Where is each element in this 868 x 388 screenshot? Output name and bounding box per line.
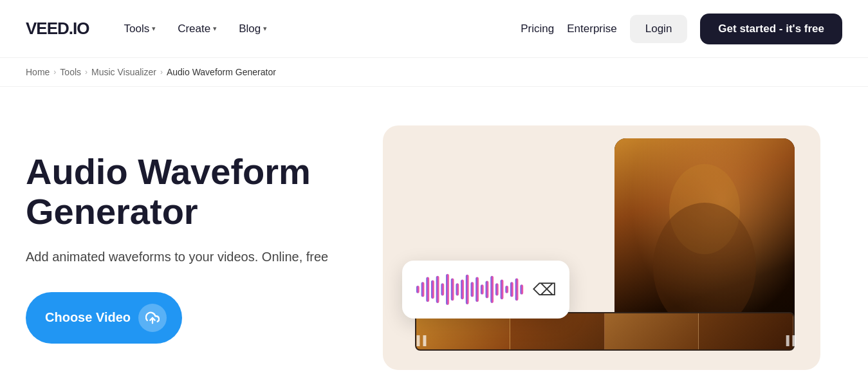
waveform-card: ⌫ bbox=[402, 261, 569, 319]
svg-rect-8 bbox=[441, 283, 444, 295]
breadcrumb-sep-1: › bbox=[53, 68, 56, 77]
svg-rect-6 bbox=[431, 281, 434, 299]
svg-rect-4 bbox=[421, 282, 424, 297]
nav-right: Pricing Enterprise Login Get started - i… bbox=[521, 14, 842, 44]
upload-icon bbox=[138, 304, 167, 332]
filmstrip-segment-2 bbox=[510, 313, 605, 349]
svg-rect-16 bbox=[480, 284, 483, 294]
breadcrumb-home[interactable]: Home bbox=[26, 67, 50, 77]
breadcrumb-tools[interactable]: Tools bbox=[60, 67, 81, 77]
cursor-hand-icon: ⌫ bbox=[533, 280, 557, 300]
svg-rect-17 bbox=[485, 281, 488, 299]
svg-rect-13 bbox=[465, 275, 468, 304]
svg-rect-24 bbox=[520, 284, 523, 294]
svg-rect-15 bbox=[476, 277, 479, 302]
nav-create[interactable]: Create ▾ bbox=[169, 17, 226, 41]
hero-subtitle: Add animated waveforms to your videos. O… bbox=[26, 247, 335, 266]
hero-left: Audio Waveform Generator Add animated wa… bbox=[26, 152, 360, 343]
hero-title: Audio Waveform Generator bbox=[26, 152, 335, 231]
breadcrumb: Home › Tools › Music Visualizer › Audio … bbox=[0, 58, 868, 87]
svg-rect-20 bbox=[500, 280, 503, 300]
play-icon: ▐▐ bbox=[414, 335, 427, 346]
waveform-visualization bbox=[415, 271, 526, 308]
svg-rect-14 bbox=[470, 282, 474, 297]
chevron-down-icon: ▾ bbox=[152, 24, 156, 33]
svg-rect-5 bbox=[426, 277, 429, 302]
filmstrip-segment-1 bbox=[416, 313, 511, 349]
nav-blog[interactable]: Blog ▾ bbox=[230, 17, 276, 41]
svg-rect-7 bbox=[436, 276, 439, 303]
svg-rect-10 bbox=[450, 279, 454, 301]
login-button[interactable]: Login bbox=[630, 15, 688, 43]
breadcrumb-sep-2: › bbox=[85, 68, 88, 77]
filmstrip-segment-4 bbox=[699, 313, 793, 349]
hero-illustration: ▐▐ ▐▐ bbox=[383, 125, 820, 370]
filmstrip-right-icon: ▐▐ bbox=[783, 335, 796, 346]
svg-rect-3 bbox=[416, 286, 419, 293]
logo[interactable]: VEED.IO bbox=[26, 19, 89, 39]
svg-rect-19 bbox=[495, 283, 498, 295]
choose-video-button[interactable]: Choose Video bbox=[26, 292, 182, 344]
breadcrumb-current: Audio Waveform Generator bbox=[167, 67, 276, 77]
hero-right: ▐▐ ▐▐ bbox=[360, 125, 842, 370]
breadcrumb-sep-3: › bbox=[160, 68, 163, 77]
svg-rect-11 bbox=[456, 283, 459, 295]
svg-rect-18 bbox=[490, 276, 494, 303]
svg-rect-22 bbox=[510, 282, 513, 297]
filmstrip-segment-3 bbox=[605, 313, 699, 349]
breadcrumb-music-visualizer[interactable]: Music Visualizer bbox=[91, 67, 156, 77]
svg-rect-9 bbox=[446, 274, 449, 305]
chevron-down-icon: ▾ bbox=[263, 24, 267, 33]
svg-rect-23 bbox=[515, 279, 518, 301]
nav-left: Tools ▾ Create ▾ Blog ▾ bbox=[115, 17, 276, 41]
nav-pricing[interactable]: Pricing bbox=[521, 23, 554, 35]
svg-rect-21 bbox=[505, 286, 508, 293]
hero-section: Audio Waveform Generator Add animated wa… bbox=[0, 87, 868, 388]
get-started-button[interactable]: Get started - it's free bbox=[700, 14, 842, 44]
nav-tools[interactable]: Tools ▾ bbox=[115, 17, 165, 41]
nav-enterprise[interactable]: Enterprise bbox=[567, 23, 616, 35]
chevron-down-icon: ▾ bbox=[213, 24, 217, 33]
svg-rect-12 bbox=[461, 280, 464, 300]
navbar: VEED.IO Tools ▾ Create ▾ Blog ▾ Pricing … bbox=[0, 0, 868, 58]
